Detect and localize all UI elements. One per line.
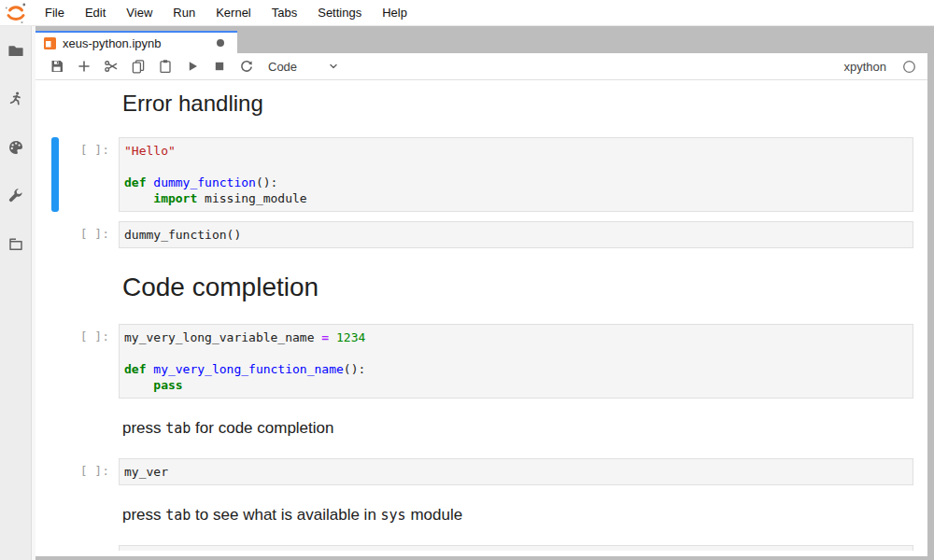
copy-cells-button[interactable] [124, 55, 151, 77]
copy-icon [131, 59, 146, 74]
notebook-toolbar: Code xpython [35, 53, 927, 80]
cell-collapser[interactable] [51, 89, 59, 128]
text-run: press [122, 506, 165, 524]
text-run: to see what is available in [191, 506, 380, 524]
restart-icon [239, 59, 254, 74]
cell-input-prompt: [ ]: [59, 221, 119, 248]
token-def: dummy_function [153, 175, 256, 189]
token-kw: pass [153, 378, 182, 392]
token-kw: import [153, 191, 197, 205]
paste-cells-button[interactable] [151, 55, 178, 77]
tab-xeus-python-ipynb[interactable]: xeus-python.ipynb [35, 31, 237, 53]
cell-input-prompt: [ ]: [59, 137, 119, 212]
menu-edit[interactable]: Edit [75, 0, 116, 25]
code-line: "Hello" [124, 143, 908, 159]
insert-cell-button[interactable] [70, 55, 97, 77]
code-line: pass [124, 377, 908, 393]
code-cell-editor[interactable]: my_very_long_variable_name = 1234def my_… [119, 324, 913, 399]
token-plain: (): [344, 362, 365, 376]
stop-icon [212, 59, 227, 74]
token-op: = [321, 330, 329, 344]
token-kw: def [124, 362, 146, 376]
menu-tabs[interactable]: Tabs [262, 0, 307, 25]
tabs-icon [7, 236, 24, 253]
code-line: import missing_module [124, 190, 908, 206]
markdown-rendered[interactable]: Error handling [119, 89, 913, 128]
open-tabs-tab[interactable] [0, 220, 31, 269]
dock-panel: xeus-python.ipynb [35, 26, 934, 560]
cell-collapser[interactable] [51, 408, 59, 449]
markdown-paragraph: press tab for code completion [122, 419, 913, 438]
token-str: "Hello" [124, 144, 176, 158]
cell-collapser[interactable] [51, 495, 59, 536]
cell-input-prompt: [ ]: [59, 324, 119, 399]
tab-bar: xeus-python.ipynb [35, 31, 927, 53]
interrupt-kernel-button[interactable] [205, 55, 233, 77]
jupyter-logo-icon [4, 1, 28, 25]
markdown-cell: press tab to see what is available in sy… [35, 490, 927, 540]
menu-help[interactable]: Help [372, 0, 417, 25]
cell-empty-prompt [59, 408, 119, 449]
cell-collapser[interactable] [51, 137, 59, 212]
save-button[interactable] [43, 55, 70, 77]
markdown-paragraph: press tab to see what is available in sy… [122, 506, 913, 525]
cell-type-value: Code [268, 60, 297, 74]
code-line: dummy_function() [124, 227, 908, 243]
left-sidebar [0, 26, 31, 560]
cell-collapser[interactable] [51, 545, 59, 551]
command-palette-tab[interactable] [0, 123, 31, 172]
chevron-down-icon [327, 60, 340, 73]
code-cell-editor[interactable]: "Hello"def dummy_function(): import miss… [119, 137, 913, 212]
menu-view[interactable]: View [116, 0, 163, 25]
run-cell-button[interactable] [178, 55, 205, 77]
token-plain: my_ver [124, 465, 168, 479]
markdown-rendered[interactable]: Code completion [119, 258, 913, 315]
cell-empty-prompt [59, 258, 119, 315]
cell-empty-prompt [59, 89, 119, 128]
menu-kernel[interactable]: Kernel [205, 0, 262, 25]
code-cell-editor[interactable]: dummy_function() [119, 221, 913, 248]
token-plain: (): [256, 175, 277, 189]
notebook-icon [43, 36, 57, 50]
menu-run[interactable]: Run [163, 0, 205, 25]
token-plain [329, 330, 336, 344]
inline-code: tab [165, 420, 191, 437]
kernel-name[interactable]: xpython [843, 60, 886, 74]
code-line: def dummy_function(): [124, 175, 908, 190]
token-kw: def [124, 175, 146, 189]
cell-collapser[interactable] [51, 221, 59, 248]
token-def: my_very_long_function_name [153, 362, 344, 376]
property-inspector-tab[interactable] [0, 172, 31, 220]
folder-icon [7, 42, 24, 59]
cut-cells-button[interactable] [97, 55, 124, 77]
file-browser-tab[interactable] [0, 26, 31, 75]
add-cell-icon [77, 59, 92, 74]
cell-type-select[interactable]: Code [268, 60, 340, 74]
cell-collapser[interactable] [51, 458, 59, 485]
heading-h1: Code completion [122, 273, 913, 302]
menu-file[interactable]: File [35, 0, 75, 25]
markdown-cell [35, 540, 927, 555]
markdown-rendered[interactable]: press tab to see what is available in sy… [119, 495, 913, 536]
markdown-rendered[interactable]: press tab for code completion [119, 408, 913, 449]
menu-items: FileEditViewRunKernelTabsSettingsHelp [35, 0, 417, 25]
token-plain: dummy_function() [124, 228, 241, 242]
code-cell-editor[interactable]: my_ver [119, 458, 913, 485]
restart-kernel-button[interactable] [233, 55, 260, 77]
cell-collapser[interactable] [51, 324, 59, 399]
token-plain [124, 191, 153, 205]
inline-code: sys [381, 507, 406, 524]
cell-collapser[interactable] [51, 258, 59, 315]
wrench-icon [7, 188, 24, 204]
running-sessions-tab[interactable] [0, 75, 31, 123]
token-plain: missing_module [197, 191, 306, 205]
kernel-status-icon[interactable] [902, 60, 916, 74]
tab-dirty-indicator[interactable] [217, 39, 224, 47]
token-plain [124, 378, 153, 392]
code-cell: [ ]:dummy_function() [35, 217, 927, 253]
code-cell-editor-partial[interactable] [119, 545, 913, 551]
token-plain: my_very_long_variable_name [124, 330, 321, 344]
save-icon [50, 59, 64, 74]
heading-h2: Error handling [122, 91, 913, 117]
menu-settings[interactable]: Settings [307, 0, 372, 25]
